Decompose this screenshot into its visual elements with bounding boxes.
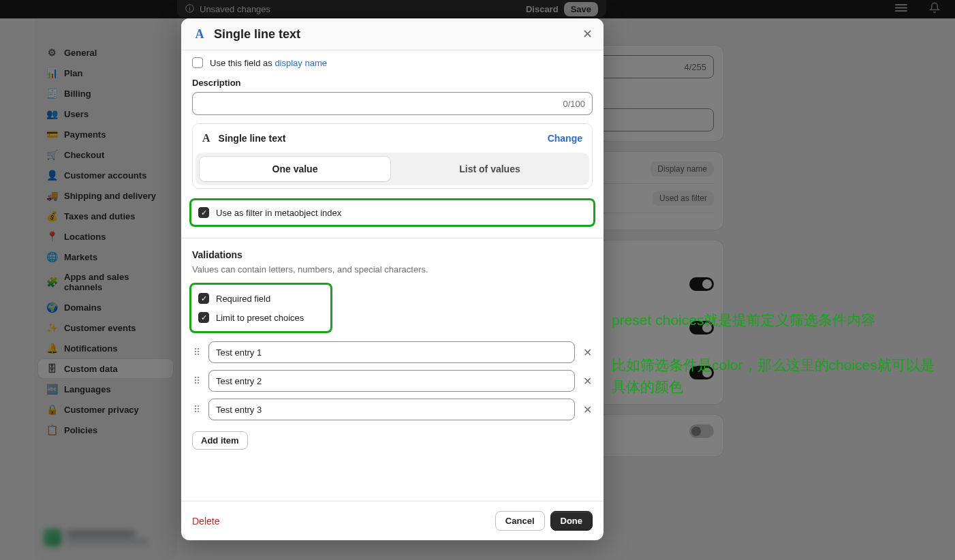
display-name-link[interactable]: display name — [275, 58, 327, 68]
remove-choice-icon[interactable]: ✕ — [582, 403, 593, 416]
add-item-button[interactable]: Add item — [192, 431, 248, 450]
field-type-label: Single line text — [219, 133, 539, 144]
remove-choice-icon[interactable]: ✕ — [582, 375, 593, 388]
use-as-filter-checkbox[interactable] — [198, 207, 209, 218]
description-counter: 0/100 — [563, 99, 585, 109]
modal-footer: Delete Cancel Done — [181, 501, 604, 540]
preset-choices-list: ⠿Test entry 1✕⠿Test entry 2✕⠿Test entry … — [192, 341, 593, 420]
cancel-button[interactable]: Cancel — [495, 511, 545, 531]
remove-choice-icon[interactable]: ✕ — [582, 346, 593, 359]
field-type-box: A Single line text Change One value List… — [192, 123, 593, 189]
one-value-option[interactable]: One value — [200, 157, 390, 181]
display-name-label: Use this field as display name — [210, 58, 327, 68]
display-name-checkbox[interactable] — [192, 57, 203, 68]
drag-handle-icon[interactable]: ⠿ — [192, 347, 202, 358]
choice-input[interactable]: Test entry 2 — [208, 370, 575, 392]
preset-choices-checkbox[interactable] — [198, 312, 209, 323]
validations-heading: Validations — [192, 249, 593, 260]
text-field-icon: A — [192, 27, 207, 42]
modal-header: A Single line text ✕ — [181, 18, 604, 50]
list-values-option[interactable]: List of values — [394, 157, 585, 181]
close-icon[interactable]: ✕ — [582, 27, 593, 42]
highlight-validations-box: Required field Limit to preset choices — [189, 283, 332, 333]
choice-input[interactable]: Test entry 1 — [208, 341, 575, 363]
use-as-filter-label: Use as filter in metaobject index — [216, 208, 341, 218]
description-input[interactable]: 0/100 — [192, 92, 593, 115]
drag-handle-icon[interactable]: ⠿ — [192, 375, 202, 386]
preset-choices-label: Limit to preset choices — [216, 313, 304, 323]
change-type-link[interactable]: Change — [548, 133, 582, 144]
text-field-icon-small: A — [202, 132, 210, 144]
choice-input[interactable]: Test entry 3 — [208, 399, 575, 420]
highlight-filter-box: Use as filter in metaobject index — [189, 198, 595, 227]
field-editor-modal: A Single line text ✕ Use this field as d… — [181, 18, 604, 540]
choice-row: ⠿Test entry 2✕ — [192, 370, 593, 392]
choice-row: ⠿Test entry 3✕ — [192, 399, 593, 420]
choice-row: ⠿Test entry 1✕ — [192, 341, 593, 363]
done-button[interactable]: Done — [550, 511, 593, 531]
delete-button[interactable]: Delete — [192, 516, 219, 527]
modal-title: Single line text — [214, 27, 576, 42]
description-label: Description — [192, 78, 593, 88]
required-field-label: Required field — [216, 294, 270, 304]
drag-handle-icon[interactable]: ⠿ — [192, 404, 202, 415]
required-field-checkbox[interactable] — [198, 293, 209, 304]
validations-subtext: Values can contain letters, numbers, and… — [192, 264, 593, 275]
cardinality-segment: One value List of values — [195, 153, 589, 185]
modal-body: Use this field as display name Descripti… — [181, 50, 604, 501]
